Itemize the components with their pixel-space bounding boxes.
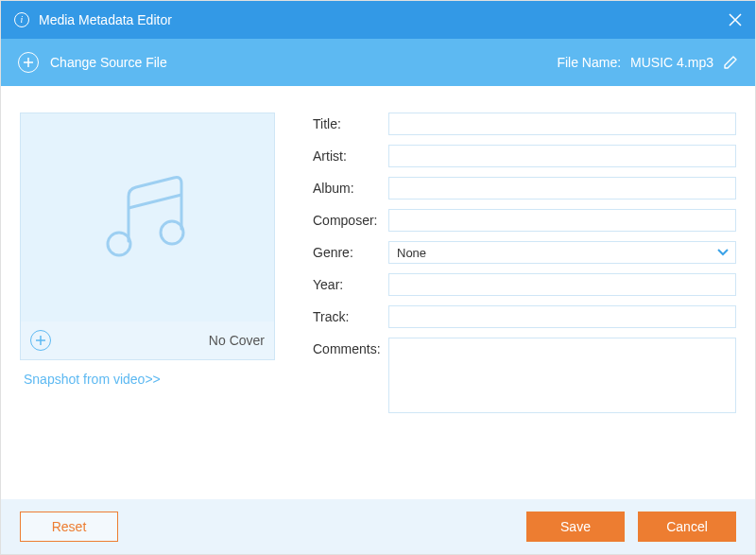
cover-placeholder — [21, 113, 274, 321]
footer: Reset Save Cancel — [1, 499, 755, 554]
track-label: Track: — [313, 305, 388, 328]
cover-bar: No Cover — [21, 321, 274, 359]
album-label: Album: — [313, 177, 388, 199]
svg-point-1 — [161, 221, 183, 244]
cover-column: No Cover Snapshot from video>> — [20, 113, 275, 490]
save-button[interactable]: Save — [526, 512, 625, 542]
close-icon — [729, 13, 742, 26]
genre-select[interactable] — [388, 241, 736, 264]
year-label: Year: — [313, 273, 388, 296]
change-source-button[interactable]: Change Source File — [18, 52, 167, 73]
app-window: i Media Metadata Editor Change Source Fi… — [0, 0, 756, 555]
no-cover-label: No Cover — [209, 333, 265, 348]
comments-input[interactable] — [388, 338, 736, 413]
edit-filename-button[interactable] — [723, 55, 738, 70]
change-source-label: Change Source File — [50, 55, 167, 70]
cover-panel: No Cover — [20, 113, 275, 360]
genre-label: Genre: — [313, 241, 388, 264]
track-input[interactable] — [388, 305, 736, 328]
toolbar: Change Source File File Name: MUSIC 4.mp… — [1, 39, 755, 86]
composer-input[interactable] — [388, 209, 736, 232]
app-title: Media Metadata Editor — [39, 12, 172, 27]
close-button[interactable] — [729, 13, 742, 26]
snapshot-from-video-link[interactable]: Snapshot from video>> — [20, 372, 275, 387]
comments-label: Comments: — [313, 338, 388, 360]
titlebar: i Media Metadata Editor — [1, 1, 755, 39]
file-name-value: MUSIC 4.mp3 — [630, 55, 713, 70]
pencil-icon — [723, 55, 738, 70]
plus-icon — [36, 336, 45, 345]
main-content: No Cover Snapshot from video>> Title: Ar… — [1, 86, 755, 499]
add-cover-button[interactable] — [30, 330, 51, 351]
reset-button[interactable]: Reset — [20, 512, 118, 542]
cancel-button[interactable]: Cancel — [638, 512, 736, 542]
title-input[interactable] — [388, 113, 736, 135]
music-note-icon — [91, 161, 204, 274]
genre-value[interactable] — [388, 241, 736, 264]
plus-circle-icon — [18, 52, 39, 73]
info-icon: i — [14, 12, 29, 27]
artist-input[interactable] — [388, 145, 736, 167]
album-input[interactable] — [388, 177, 736, 199]
composer-label: Composer: — [313, 209, 388, 232]
metadata-form: Title: Artist: Album: Composer: Genre: — [313, 113, 736, 490]
year-input[interactable] — [388, 273, 736, 296]
artist-label: Artist: — [313, 145, 388, 167]
svg-point-0 — [108, 233, 130, 255]
file-name-label: File Name: — [557, 55, 621, 70]
title-label: Title: — [313, 113, 388, 135]
